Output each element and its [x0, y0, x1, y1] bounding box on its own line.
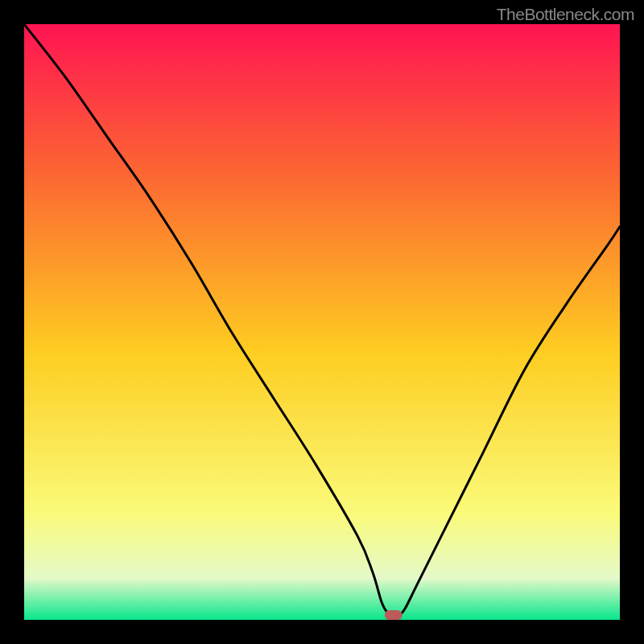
plot-svg: [24, 24, 620, 620]
watermark-text: TheBottleneck.com: [497, 5, 634, 24]
optimal-point-marker: [385, 610, 402, 620]
gradient-background: [24, 24, 620, 620]
bottleneck-chart: TheBottleneck.com: [0, 0, 644, 644]
plot-area: [24, 24, 620, 620]
